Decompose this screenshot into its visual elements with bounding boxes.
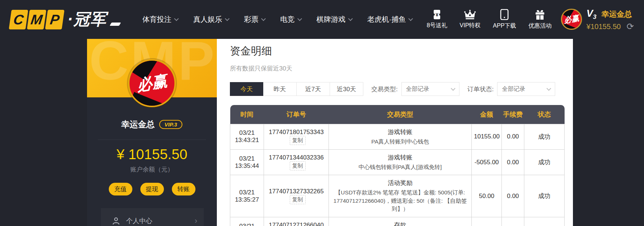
person-icon [112,217,120,225]
cell-order-no: 1774071327332265复制 [264,175,329,217]
nav-item-sports[interactable]: 体育投注 [143,15,178,24]
copy-button[interactable]: 复制 [290,195,306,204]
select-value: 全部记录 [406,85,429,93]
cell-time: 03/21 13:35:44 [230,149,264,175]
order-status-select[interactable]: 全部记录 [497,82,555,96]
date-range-tabs: 今天 昨天 近7天 近30天 [230,82,363,96]
nav-item-label: 彩票 [244,15,259,24]
header-balance: ¥10155.50 [586,23,621,31]
order-number: 1774071344032336 [269,154,323,161]
logo-dash-decoration [110,23,121,26]
sidebar-item-personal-center[interactable]: 个人中心 › [101,208,204,226]
divider [98,140,206,140]
col-header-order-no: 订单号 [264,105,329,124]
vip-privilege-button[interactable]: VIP特权 [460,9,481,29]
nav-item-live-casino[interactable]: 真人娱乐 [193,15,229,24]
sidebar: CMP 必赢 幸运金总 VIP.3 ¥ 10155.50 账户余额（元） 充值 … [87,39,217,226]
account-balance: ¥ 10155.50 [87,146,217,162]
copy-button[interactable]: 复制 [290,161,306,170]
cell-type: 游戏转账 中心钱包转账到PA真人[游戏免转] [329,149,472,175]
gift-no8-button[interactable]: ¥ 8号送礼 [427,9,447,29]
profile-username: 幸运金总 [121,119,155,130]
cell-time: 03/21 13:43:21 [230,124,264,149]
col-header-fee: 手续费 [502,105,524,124]
tab-last-30-days[interactable]: 近30天 [330,82,363,96]
type-detail: 【USDT存款送2% 笔笔存 笔笔送】金额: 5005(订单: 17740712… [331,189,469,213]
chevron-down-icon [408,16,413,21]
status-badge: 成功 [524,217,565,226]
status-badge: 成功 [524,149,565,175]
user-block: 必赢 V3 幸运金总 ¥10155.50 ⟳ [561,8,634,31]
tab-yesterday[interactable]: 昨天 [263,82,297,96]
refresh-icon[interactable]: ⟳ [627,22,634,31]
type-main: 游戏转账 [331,153,469,162]
account-balance-label: 账户余额（元） [87,165,217,174]
cell-order-no: 1774071801753343复制 [264,124,329,149]
transaction-type-select[interactable]: 全部记录 [401,82,459,96]
withdraw-button[interactable]: 提现 [140,183,164,195]
nav-item-slots-fishing[interactable]: 老虎机·捕鱼 [367,15,413,24]
site-logo[interactable]: C M P ·冠军 [10,9,120,30]
vip-badge: VIP.3 [159,120,183,129]
cell-fee: 0.00 [502,175,524,217]
table-row: 03/21 13:43:21 1774071801753343复制 游戏转账 P… [230,124,565,149]
type-detail: 中心钱包转账到PA真人[游戏免转] [331,163,469,171]
table-row: 03/21 13:34:31 1774071271266040复制 存款 K豆钱… [230,217,565,226]
type-detail: PA真人转账到中心钱包 [331,138,469,146]
cell-order-no: 1774071344032336复制 [264,149,329,175]
cell-fee: 0.00 [502,217,524,226]
order-number: 1774071271266040 [269,222,323,226]
app-download-button[interactable]: APP下载 [493,9,516,30]
col-header-status: 状态 [524,105,565,124]
fund-details-panel: 资金明细 所有数据只保留近30天 今天 昨天 近7天 近30天 交易类型: 全部… [217,39,573,226]
cell-order-no: 1774071271266040复制 [264,217,329,226]
tab-today[interactable]: 今天 [230,82,263,96]
deposit-button[interactable]: 充值 [109,183,132,195]
cell-amount: 5005.00 [472,217,502,226]
gift-icon [534,9,545,20]
table-header-row: 时间 订单号 交易类型 金额 手续费 状态 [230,105,565,124]
order-status-filter: 订单状态: 全部记录 [467,82,556,96]
filter-controls: 今天 昨天 近7天 近30天 交易类型: 全部记录 订单状态: 全部记录 [230,82,573,96]
cell-type: 存款 K豆钱包-稍后选择 充值 [329,217,472,226]
profile-avatar[interactable]: 必赢 [128,59,176,107]
status-badge: 成功 [524,175,565,217]
svg-text:¥: ¥ [435,12,438,17]
chevron-down-icon [348,16,353,21]
user-avatar[interactable]: 必赢 [561,9,582,30]
col-header-type: 交易类型 [329,105,472,124]
nav-item-label: 体育投注 [143,15,172,24]
cell-time: 03/21 13:34:31 [230,217,264,226]
filter-label: 订单状态: [467,85,494,93]
logo-letter: P [45,10,65,29]
chevron-down-icon [547,86,552,91]
quick-link-label: VIP特权 [460,22,481,29]
quick-links: ¥ 8号送礼 VIP特权 APP下载 [427,9,552,30]
chevron-down-icon [261,16,266,21]
tab-last-7-days[interactable]: 近7天 [297,82,330,96]
page-subtitle: 所有数据只保留近30天 [230,64,573,73]
transfer-button[interactable]: 转账 [172,183,195,195]
crown-icon [464,9,476,20]
order-number: 1774071801753343 [269,129,323,136]
nav-item-board-games[interactable]: 棋牌游戏 [317,15,352,24]
quick-link-label: APP下载 [493,22,516,30]
top-nav-bar: C M P ·冠军 体育投注 真人娱乐 彩票 电竞 棋牌游戏 老虎机·捕鱼 [0,0,644,39]
nav-item-label: 老虎机·捕鱼 [367,15,406,24]
cell-amount: -5055.00 [472,149,502,175]
copy-button[interactable]: 复制 [290,136,306,145]
chevron-down-icon [451,86,455,91]
vip-level: V3 [586,8,596,21]
cell-fee: 0.00 [502,149,524,175]
logo-letter: M [27,10,46,29]
table-row: 03/21 13:35:44 1774071344032336复制 游戏转账 中… [230,149,565,175]
quick-link-label: 8号送礼 [427,22,447,29]
nav-item-lottery[interactable]: 彩票 [244,15,265,24]
status-badge: 成功 [524,124,565,149]
promotions-button[interactable]: 优惠活动 [528,9,552,30]
type-main: 存款 [331,221,469,226]
nav-item-esports[interactable]: 电竞 [280,15,301,24]
quick-link-label: 优惠活动 [528,22,552,30]
nav-item-label: 真人娱乐 [193,15,222,24]
chevron-right-icon: › [195,216,197,226]
